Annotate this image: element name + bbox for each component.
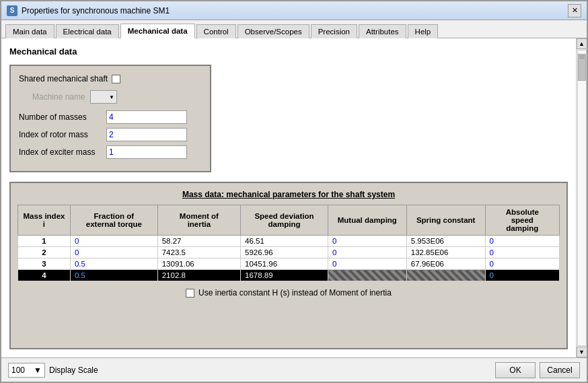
shared-shaft-label: Shared mechanical shaft <box>19 74 108 83</box>
cell-absolute-1[interactable]: 0 <box>485 236 559 247</box>
cell-speed-1[interactable]: 46.51 <box>241 236 328 247</box>
col-header-mutual: Mutual damping <box>328 205 406 236</box>
section-title: Mechanical data <box>9 46 568 57</box>
rotor-mass-label: Index of rotor mass <box>19 130 106 139</box>
exciter-mass-row: Index of exciter mass <box>19 145 202 159</box>
exciter-mass-input[interactable] <box>106 145 187 159</box>
tab-main-data[interactable]: Main data <box>5 24 54 38</box>
footer: 100 ▼ Display Scale OK Cancel <box>1 357 587 382</box>
col-header-spring: Spring constant <box>406 205 485 236</box>
tab-control[interactable]: Control <box>196 24 236 38</box>
cell-spring-4[interactable] <box>406 270 485 281</box>
cancel-button[interactable]: Cancel <box>540 362 580 378</box>
cell-absolute-4[interactable]: 0 <box>485 270 559 281</box>
cell-moment-4[interactable]: 2102.8 <box>157 270 240 281</box>
cell-index-1[interactable]: 1 <box>18 236 71 247</box>
close-button[interactable]: ✕ <box>568 4 581 18</box>
inertia-checkbox-label: Use inertia constant H (s) instead of Mo… <box>198 288 392 298</box>
cell-moment-3[interactable]: 13091.06 <box>157 258 240 270</box>
mass-data-section: Mass data: mechanical parameters for the… <box>9 182 568 349</box>
window-title: Properties for synchronous machine SM1 <box>22 6 568 15</box>
col-header-moment: Moment ofinertia <box>157 205 240 236</box>
cell-fraction-2[interactable]: 0 <box>70 247 157 258</box>
table-header-row: Mass indexi Fraction ofexternal torque M… <box>18 205 560 236</box>
cell-absolute-2[interactable]: 0 <box>485 247 559 258</box>
scale-value: 100 <box>11 365 25 375</box>
num-masses-input[interactable] <box>106 110 187 124</box>
mass-data-table: Mass indexi Fraction ofexternal torque M… <box>17 205 560 281</box>
ok-button[interactable]: OK <box>495 362 536 378</box>
mass-data-title: Mass data: mechanical parameters for the… <box>17 190 560 199</box>
title-bar: S Properties for synchronous machine SM1… <box>1 1 587 20</box>
col-header-speed: Speed deviationdamping <box>241 205 328 236</box>
tab-observe-scopes[interactable]: Observe/Scopes <box>237 24 309 38</box>
cell-moment-2[interactable]: 7423.5 <box>157 247 240 258</box>
window-icon: S <box>7 5 17 16</box>
cell-fraction-3[interactable]: 0.5 <box>70 258 157 270</box>
cell-index-3[interactable]: 3 <box>18 258 71 270</box>
rotor-mass-row: Index of rotor mass <box>19 128 202 141</box>
num-masses-row: Number of masses <box>19 110 202 124</box>
cell-spring-1[interactable]: 5.953E06 <box>406 236 485 247</box>
cell-moment-1[interactable]: 58.27 <box>157 236 240 247</box>
content-area: Mechanical data Shared mechanical shaft … <box>1 38 587 357</box>
cell-spring-2[interactable]: 132.85E06 <box>406 247 485 258</box>
col-header-absolute: Absolutespeeddamping <box>485 205 559 236</box>
rotor-mass-input[interactable] <box>106 128 187 141</box>
machine-name-row: Machine name ▼ <box>19 90 202 104</box>
cell-absolute-3[interactable]: 0 <box>485 258 559 270</box>
shared-shaft-checkbox[interactable] <box>112 75 120 83</box>
table-row: 2 0 7423.5 5926.96 0 132.85E06 0 <box>18 247 560 258</box>
scale-dropdown[interactable]: 100 ▼ <box>8 363 45 378</box>
main-window: S Properties for synchronous machine SM1… <box>0 0 588 383</box>
machine-name-label: Machine name <box>32 92 86 102</box>
tab-precision[interactable]: Precision <box>311 24 357 38</box>
mechanical-box: Shared mechanical shaft Machine name ▼ N… <box>9 65 211 172</box>
display-scale-label: Display Scale <box>49 365 495 375</box>
tab-attributes[interactable]: Attributes <box>359 24 406 38</box>
inertia-checkbox[interactable] <box>186 289 194 298</box>
tabs-bar: Main data Electrical data Mechanical dat… <box>1 20 587 38</box>
cell-fraction-1[interactable]: 0 <box>70 236 157 247</box>
scrollbar-thumb[interactable] <box>578 54 586 81</box>
cell-spring-3[interactable]: 67.96E06 <box>406 258 485 270</box>
scrollbar-line-2 <box>579 57 585 57</box>
table-row: 1 0 58.27 46.51 0 5.953E06 0 <box>18 236 560 247</box>
chevron-down-icon: ▼ <box>109 94 114 100</box>
cell-mutual-1[interactable]: 0 <box>328 236 406 247</box>
col-header-mass: Mass indexi <box>18 205 71 236</box>
tab-help[interactable]: Help <box>408 24 439 38</box>
scroll-up-button[interactable]: ▲ <box>577 38 587 49</box>
scrollbar-line-3 <box>579 58 585 59</box>
cell-speed-4[interactable]: 1678.89 <box>241 270 328 281</box>
cell-mutual-2[interactable]: 0 <box>328 247 406 258</box>
cell-mutual-4[interactable] <box>328 270 406 281</box>
cell-index-4[interactable]: 4 <box>18 270 71 281</box>
col-header-fraction: Fraction ofexternal torque <box>70 205 157 236</box>
table-row: 3 0.5 13091.06 10451.96 0 67.96E06 0 <box>18 258 560 270</box>
cell-mutual-3[interactable]: 0 <box>328 258 406 270</box>
exciter-mass-label: Index of exciter mass <box>19 147 106 157</box>
machine-name-dropdown[interactable]: ▼ <box>90 90 117 104</box>
tab-electrical-data[interactable]: Electrical data <box>56 24 119 38</box>
scrollbar-line-1 <box>579 55 585 56</box>
num-masses-label: Number of masses <box>19 112 106 122</box>
cell-fraction-4[interactable]: 0.5 <box>70 270 157 281</box>
scrollbar: ▲ ▼ <box>576 38 587 357</box>
scroll-down-button[interactable]: ▼ <box>577 347 587 357</box>
shared-shaft-row: Shared mechanical shaft <box>19 74 202 83</box>
cell-index-2[interactable]: 2 <box>18 247 71 258</box>
cell-speed-3[interactable]: 10451.96 <box>241 258 328 270</box>
tab-mechanical-data[interactable]: Mechanical data <box>120 24 195 38</box>
table-row-selected: 4 0.5 2102.8 1678.89 0 <box>18 270 560 281</box>
chevron-down-icon: ▼ <box>34 365 42 375</box>
cell-speed-2[interactable]: 5926.96 <box>241 247 328 258</box>
scrollbar-track[interactable] <box>577 50 587 346</box>
inertia-checkbox-row: Use inertia constant H (s) instead of Mo… <box>17 288 560 298</box>
main-content: Mechanical data Shared mechanical shaft … <box>1 38 576 357</box>
